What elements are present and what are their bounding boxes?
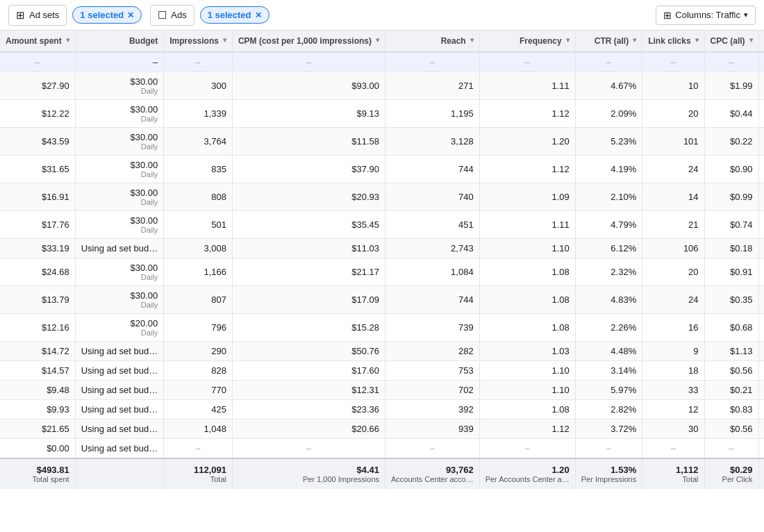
cell-reach: 702: [385, 381, 480, 400]
col-budget[interactable]: Budget: [75, 31, 164, 52]
cell-cpm: $17.60: [232, 361, 385, 381]
ads-selected-badge[interactable]: 1 selected ✕: [200, 6, 269, 24]
cell-budget: $30.00 Daily: [75, 72, 164, 100]
cell-impressions: 835: [164, 156, 233, 183]
cell-frequency: 1.12: [479, 419, 575, 439]
table-row[interactable]: – – – – – – – – – –: [0, 52, 764, 72]
cell-budget: Using ad set bud…: [75, 342, 164, 361]
col-reach[interactable]: Reach ▾: [385, 31, 480, 52]
cell-impressions: 1,048: [164, 419, 233, 439]
table-row[interactable]: $31.65 $30.00 Daily 835 $37.90 744 1.12 …: [0, 156, 764, 183]
cell-impressions: 1,339: [164, 100, 233, 128]
cell-frequency: 1.10: [479, 381, 575, 400]
footer-link-clicks: 1,112 Total: [642, 458, 704, 489]
top-bar: ⊞ Ad sets 1 selected ✕ ☐ Ads 1 selected …: [0, 0, 764, 31]
footer-reach: 93,762 Accounts Center acco…: [385, 458, 480, 489]
cell-cpm: $11.03: [232, 239, 385, 258]
cell-cpm: $21.17: [232, 258, 385, 286]
cell-impressions: 808: [164, 183, 233, 211]
cell-budget: $30.00 Daily: [75, 183, 164, 211]
cell-amount-spent: $9.93: [0, 400, 75, 419]
table-row[interactable]: $16.91 $30.00 Daily 808 $20.93 740 1.09 …: [0, 183, 764, 211]
cell-reach: 392: [385, 400, 480, 419]
ads-tab[interactable]: ☐ Ads: [150, 5, 194, 26]
cell-attribution: 1-day click or 1…: [758, 286, 764, 314]
col-cpc[interactable]: CPC (all) ▾: [704, 31, 758, 52]
table-row[interactable]: $24.68 $30.00 Daily 1,166 $21.17 1,084 1…: [0, 258, 764, 286]
cell-budget: $30.00 Daily: [75, 258, 164, 286]
cell-impressions: –: [164, 52, 233, 72]
table-row[interactable]: $13.79 $30.00 Daily 807 $17.09 744 1.08 …: [0, 286, 764, 314]
footer-amount-spent: $493.81 Total spent: [0, 458, 75, 489]
cell-budget: Using ad set bud…: [75, 439, 164, 459]
col-cpm[interactable]: CPM (cost per 1,000 impressions) ▾: [232, 31, 385, 52]
cell-budget: Using ad set bud…: [75, 381, 164, 400]
col-frequency[interactable]: Frequency ▾: [479, 31, 575, 52]
cell-link-clicks: 20: [642, 258, 704, 286]
table-row[interactable]: $27.90 $30.00 Daily 300 $93.00 271 1.11 …: [0, 72, 764, 100]
cell-cpc: $0.44: [704, 100, 758, 128]
table-row[interactable]: $43.59 $30.00 Daily 3,764 $11.58 3,128 1…: [0, 128, 764, 156]
cell-cpc: $0.90: [704, 156, 758, 183]
table-row[interactable]: $33.19 Using ad set bud… 3,008 $11.03 2,…: [0, 239, 764, 258]
cell-impressions: 425: [164, 400, 233, 419]
cell-amount-spent: $12.22: [0, 100, 75, 128]
cell-link-clicks: 12: [642, 400, 704, 419]
cell-impressions: 828: [164, 361, 233, 381]
cell-budget: $20.00 Daily: [75, 314, 164, 342]
table-row[interactable]: $0.00 Using ad set bud… – – – – – – – 7-…: [0, 439, 764, 459]
cell-cpc: $0.18: [704, 239, 758, 258]
cell-cpc: $0.74: [704, 211, 758, 239]
cell-attribution: 7-day click or 1…: [758, 239, 764, 258]
table-row[interactable]: $9.93 Using ad set bud… 425 $23.36 392 1…: [0, 400, 764, 419]
col-amount-spent[interactable]: Amount spent ▾: [0, 31, 75, 52]
ads-close-icon[interactable]: ✕: [255, 10, 262, 20]
columns-button[interactable]: ⊞ Columns: Traffic ▾: [656, 6, 756, 25]
cell-reach: 744: [385, 156, 480, 183]
cell-frequency: 1.12: [479, 156, 575, 183]
adsets-selected-badge[interactable]: 1 selected ✕: [72, 6, 142, 24]
cell-ctr: –: [575, 52, 642, 72]
cell-cpm: $15.28: [232, 314, 385, 342]
cell-cpc: $1.99: [704, 72, 758, 100]
table-header-row: Amount spent ▾ Budget Impressions ▾ CPM …: [0, 31, 764, 52]
ads-icon: ☐: [158, 9, 167, 22]
table-row[interactable]: $12.22 $30.00 Daily 1,339 $9.13 1,195 1.…: [0, 100, 764, 128]
cell-cpc: –: [704, 439, 758, 459]
col-attribution[interactable]: Attribution setting: [758, 31, 764, 52]
cell-attribution: 1-day click or 1…: [758, 128, 764, 156]
cell-attribution: 7-day click or 1…: [758, 439, 764, 459]
cell-cpc: $0.99: [704, 183, 758, 211]
table-row[interactable]: $17.76 $30.00 Daily 501 $35.45 451 1.11 …: [0, 211, 764, 239]
cell-amount-spent: $14.57: [0, 361, 75, 381]
col-link-clicks[interactable]: Link clicks ▾: [642, 31, 704, 52]
cell-reach: 2,743: [385, 239, 480, 258]
table-row[interactable]: $14.57 Using ad set bud… 828 $17.60 753 …: [0, 361, 764, 381]
footer-impressions: 112,091 Total: [164, 458, 233, 489]
cell-ctr: 5.23%: [575, 128, 642, 156]
cell-budget: Using ad set bud…: [75, 239, 164, 258]
cell-cpc: –: [704, 52, 758, 72]
cell-link-clicks: 33: [642, 381, 704, 400]
adsets-close-icon[interactable]: ✕: [127, 10, 134, 20]
cell-amount-spent: –: [0, 52, 75, 72]
cell-amount-spent: $0.00: [0, 439, 75, 459]
adsets-tab[interactable]: ⊞ Ad sets: [8, 5, 67, 26]
cell-attribution: 1-day click or 1…: [758, 314, 764, 342]
table-row[interactable]: $12.16 $20.00 Daily 796 $15.28 739 1.08 …: [0, 314, 764, 342]
cell-budget: $30.00 Daily: [75, 100, 164, 128]
cell-attribution: 7-day click or 1…: [758, 361, 764, 381]
table-row[interactable]: $14.72 Using ad set bud… 290 $50.76 282 …: [0, 342, 764, 361]
cell-amount-spent: $31.65: [0, 156, 75, 183]
cell-link-clicks: 10: [642, 72, 704, 100]
table-row[interactable]: $9.48 Using ad set bud… 770 $12.31 702 1…: [0, 381, 764, 400]
cell-link-clicks: 24: [642, 286, 704, 314]
col-ctr[interactable]: CTR (all) ▾: [575, 31, 642, 52]
cell-cpm: $23.36: [232, 400, 385, 419]
adsets-label: Ad sets: [29, 10, 59, 20]
col-impressions[interactable]: Impressions ▾: [164, 31, 233, 52]
cell-cpc: $1.13: [704, 342, 758, 361]
table-row[interactable]: $21.65 Using ad set bud… 1,048 $20.66 93…: [0, 419, 764, 439]
cell-cpc: $0.83: [704, 400, 758, 419]
cell-impressions: 300: [164, 72, 233, 100]
